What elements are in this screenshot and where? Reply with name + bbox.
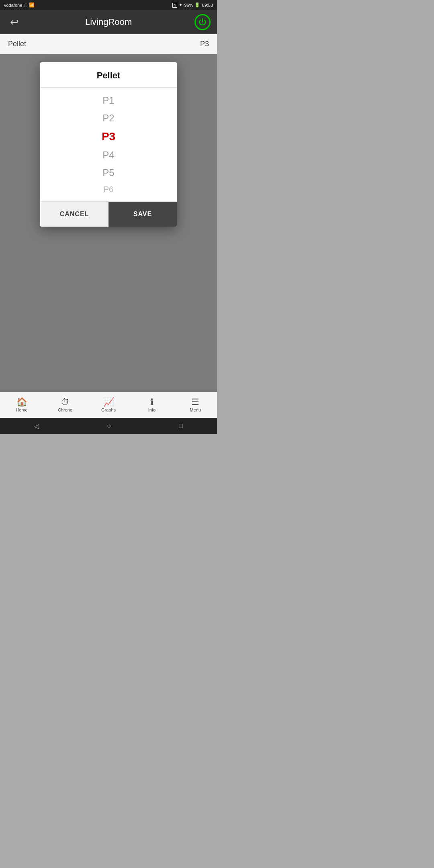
nav-graphs[interactable]: 📈 Graphs (96, 398, 121, 412)
time-label: 09:53 (202, 3, 213, 8)
back-button[interactable]: ↩ (6, 16, 23, 29)
home-icon: 🏠 (16, 398, 27, 407)
modal-list: P1 P2 P3 P4 P5 P6 (40, 88, 177, 201)
bluetooth-icon: ✦ (179, 2, 182, 8)
main-content: Back Pellet P1 P2 P3 P4 P5 (0, 54, 217, 392)
nav-info-label: Info (148, 407, 156, 412)
save-button[interactable]: SAVE (108, 202, 177, 227)
system-nav-bar: ◁ ○ □ (0, 418, 217, 434)
nfc-icon: N (172, 3, 178, 8)
status-left: vodafone IT 📶 (4, 2, 35, 8)
list-item-p5[interactable]: P5 (40, 164, 177, 182)
modal-buttons: CANCEL SAVE (40, 201, 177, 227)
carrier-label: vodafone IT (4, 3, 27, 8)
power-icon (198, 18, 207, 27)
battery-label: 96% (184, 3, 193, 8)
modal-title: Pellet (40, 62, 177, 88)
pellet-value: P3 (200, 40, 209, 48)
graphs-icon: 📈 (103, 398, 114, 407)
modal-overlay: Pellet P1 P2 P3 P4 P5 P6 (0, 54, 217, 392)
battery-icon: 🔋 (194, 2, 200, 8)
nav-home-label: Home (16, 407, 27, 412)
list-item-p6[interactable]: P6 (40, 182, 177, 197)
nav-info[interactable]: ℹ Info (140, 398, 164, 412)
sys-home-button[interactable]: ○ (107, 422, 111, 430)
chrono-icon: ⏱ (61, 398, 70, 407)
list-item-p2[interactable]: P2 (40, 109, 177, 127)
sub-header: Pellet P3 (0, 34, 217, 54)
list-item-p3[interactable]: P3 (40, 127, 177, 146)
menu-icon: ☰ (191, 398, 199, 407)
status-right: N ✦ 96% 🔋 09:53 (172, 2, 213, 8)
nav-menu[interactable]: ☰ Menu (183, 398, 207, 412)
list-item-p1[interactable]: P1 (40, 92, 177, 109)
nav-chrono-label: Chrono (58, 407, 72, 412)
power-button[interactable] (194, 14, 211, 30)
sys-back-button[interactable]: ◁ (34, 422, 39, 430)
sys-recent-button[interactable]: □ (179, 422, 183, 430)
app-bar: ↩ LivingRoom (0, 10, 217, 34)
nav-menu-label: Menu (190, 407, 201, 412)
nav-home[interactable]: 🏠 Home (10, 398, 34, 412)
info-icon: ℹ (150, 398, 154, 407)
modal-dialog: Pellet P1 P2 P3 P4 P5 P6 (40, 62, 177, 227)
cancel-button[interactable]: CANCEL (40, 202, 108, 227)
nav-chrono[interactable]: ⏱ Chrono (53, 398, 77, 412)
signal-icon: 📶 (29, 2, 35, 8)
back-icon: ↩ (10, 16, 19, 28)
app-bar-title: LivingRoom (23, 17, 194, 27)
list-item-p4[interactable]: P4 (40, 146, 177, 164)
bottom-nav: 🏠 Home ⏱ Chrono 📈 Graphs ℹ Info ☰ Menu (0, 392, 217, 418)
status-bar: vodafone IT 📶 N ✦ 96% 🔋 09:53 (0, 0, 217, 10)
pellet-label: Pellet (8, 40, 26, 48)
nav-graphs-label: Graphs (101, 407, 116, 412)
